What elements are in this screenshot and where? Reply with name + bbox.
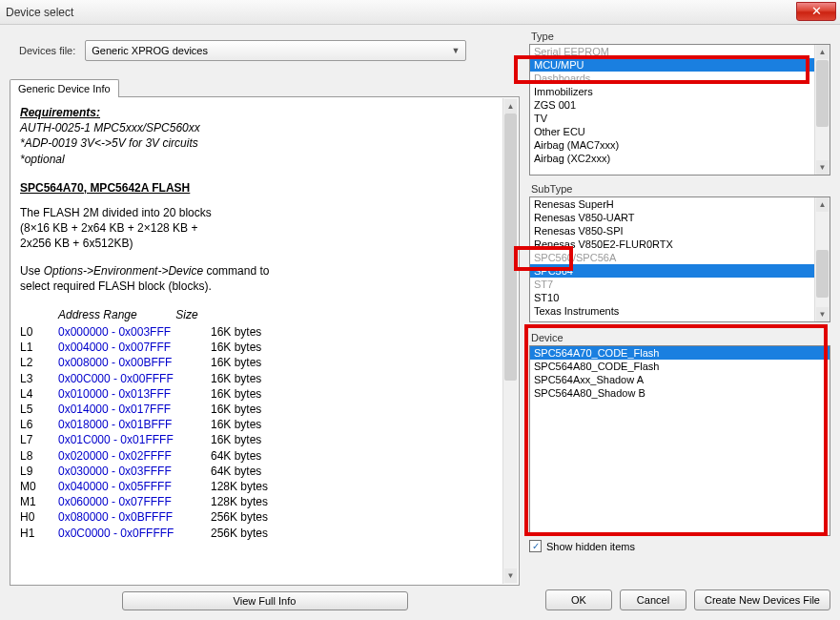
requirement-line: AUTH-0025-1 MPC5xxx/SPC560xx [20, 120, 509, 135]
block-size: 16K bytes [211, 432, 261, 447]
scroll-down-icon[interactable]: ▼ [816, 160, 829, 175]
address-range: 0x01C000 - 0x01FFFF [58, 432, 211, 447]
block-size: 16K bytes [211, 371, 261, 386]
flash-desc-line: The FLASH 2M divided into 20 blocks [20, 205, 509, 220]
col-size: Size [175, 307, 197, 322]
list-item[interactable]: ZGS 001 [530, 98, 830, 112]
block-table: Address Range Size L00x000000 - 0x003FFF… [20, 307, 509, 541]
list-item[interactable]: SPC564Axx_Shadow A [530, 373, 830, 386]
list-item[interactable]: Airbag (XC2xxx) [530, 152, 830, 165]
list-item[interactable]: SPC564A80_Shadow B [530, 386, 830, 400]
scroll-down-icon[interactable]: ▼ [504, 568, 517, 583]
cancel-button[interactable]: Cancel [620, 589, 686, 610]
list-item[interactable]: Dashboards [530, 72, 830, 85]
view-full-info-button[interactable]: View Full Info [122, 591, 408, 610]
address-range: 0x020000 - 0x02FFFF [58, 448, 211, 464]
list-item[interactable]: ST10 [530, 291, 830, 304]
tab-generic-device-info[interactable]: Generic Device Info [10, 79, 119, 97]
address-range: 0x040000 - 0x05FFFF [58, 479, 211, 494]
block-label: M0 [20, 479, 58, 494]
block-size: 256K bytes [211, 526, 268, 541]
close-button[interactable]: ✕ [796, 2, 836, 21]
type-scrollbar[interactable]: ▲ ▼ [814, 45, 830, 175]
address-range: 0x004000 - 0x007FFF [58, 340, 211, 355]
list-item[interactable]: Renesas SuperH [530, 197, 830, 211]
table-row: L20x008000 - 0x00BFFF16K bytes [20, 355, 509, 370]
scroll-thumb[interactable] [816, 60, 829, 127]
requirements-heading: Requirements: [20, 105, 509, 120]
block-size: 16K bytes [211, 417, 261, 432]
ok-button[interactable]: OK [545, 589, 612, 610]
table-row: L50x014000 - 0x017FFF16K bytes [20, 402, 509, 417]
subtype-scrollbar[interactable]: ▲ ▼ [814, 197, 830, 321]
list-item[interactable]: SPC560/SPC56A [530, 251, 830, 264]
address-range: 0x018000 - 0x01BFFF [58, 417, 211, 432]
device-label: Device [531, 332, 830, 343]
table-row: L30x00C000 - 0x00FFFF16K bytes [20, 371, 509, 386]
flash-desc-line: 2x256 KB + 6x512KB) [20, 236, 509, 251]
col-address-range: Address Range [20, 307, 173, 322]
table-row: H00x080000 - 0x0BFFFF256K bytes [20, 509, 509, 525]
hint-text: Use [20, 264, 44, 278]
device-listbox[interactable]: SPC564A70_CODE_FlashSPC564A80_CODE_Flash… [529, 345, 830, 536]
scroll-up-icon[interactable]: ▲ [816, 45, 829, 59]
info-scrollbar[interactable]: ▲ ▼ [502, 98, 518, 584]
type-label: Type [531, 31, 830, 42]
table-row: L10x004000 - 0x007FFF16K bytes [20, 340, 509, 355]
address-range: 0x0C0000 - 0x0FFFFF [58, 526, 211, 541]
scroll-thumb[interactable] [816, 250, 829, 298]
scroll-up-icon[interactable]: ▲ [816, 197, 829, 212]
block-label: L0 [20, 324, 58, 340]
list-item[interactable]: Other ECU [530, 125, 830, 138]
hint-text: command to [203, 264, 269, 278]
list-item[interactable]: Renesas V850-SPI [530, 224, 830, 238]
table-row: M00x040000 - 0x05FFFF128K bytes [20, 479, 509, 494]
scroll-up-icon[interactable]: ▲ [504, 99, 517, 114]
scroll-down-icon[interactable]: ▼ [816, 307, 829, 321]
list-item[interactable]: ST7 [530, 278, 830, 291]
block-label: L7 [20, 432, 58, 447]
block-label: L5 [20, 402, 58, 417]
address-range: 0x080000 - 0x0BFFFF [58, 509, 211, 525]
list-item[interactable]: Texas Instruments [530, 304, 830, 318]
devices-file-value: Generic XPROG devices [92, 45, 208, 56]
subtype-label: SubType [531, 183, 830, 195]
address-range: 0x030000 - 0x03FFFF [58, 464, 211, 479]
address-range: 0x060000 - 0x07FFFF [58, 494, 211, 509]
list-item[interactable]: TV [530, 112, 830, 125]
subtype-listbox[interactable]: Renesas SuperHRenesas V850-UARTRenesas V… [529, 196, 830, 322]
chevron-down-icon: ▼ [451, 46, 460, 55]
type-listbox[interactable]: Serial EEPROMMCU/MPUDashboardsImmobilize… [529, 44, 830, 176]
section-heading: SPC564A70, MPC5642A FLASH [20, 180, 509, 196]
list-item[interactable]: MCU/MPU [530, 58, 830, 72]
devices-file-dropdown[interactable]: Generic XPROG devices ▼ [85, 40, 466, 61]
scroll-thumb[interactable] [504, 114, 517, 381]
address-range: 0x000000 - 0x003FFF [58, 324, 211, 340]
block-label: L3 [20, 371, 58, 386]
list-item[interactable]: SPC564A70_CODE_Flash [530, 346, 830, 360]
list-item[interactable]: Airbag (MAC7xxx) [530, 138, 830, 152]
block-label: L4 [20, 386, 58, 402]
address-range: 0x00C000 - 0x00FFFF [58, 371, 211, 386]
table-row: L90x030000 - 0x03FFFF64K bytes [20, 464, 509, 479]
list-item[interactable]: Immobilizers [530, 85, 830, 98]
list-item[interactable]: SPC564 [530, 264, 830, 278]
flash-desc-line: (8×16 KB + 2x64 KB + 2×128 KB + [20, 220, 509, 236]
titlebar: Device select ✕ [0, 0, 840, 25]
list-item[interactable]: Renesas V850-UART [530, 211, 830, 224]
requirement-line: *ADP-0019 3V<->5V for 3V circuits [20, 135, 509, 151]
block-label: L6 [20, 417, 58, 432]
block-label: H1 [20, 526, 58, 541]
list-item[interactable]: SPC564A80_CODE_Flash [530, 360, 830, 373]
list-item[interactable]: Renesas V850E2-FLUR0RTX [530, 238, 830, 251]
block-size: 16K bytes [211, 386, 261, 402]
list-item[interactable]: Serial EEPROM [530, 45, 830, 58]
block-size: 128K bytes [211, 494, 268, 509]
address-range: 0x010000 - 0x013FFF [58, 386, 211, 402]
show-hidden-checkbox[interactable]: ✓ [529, 540, 542, 552]
block-label: L8 [20, 448, 58, 464]
block-size: 16K bytes [211, 340, 261, 355]
devices-file-label: Devices file: [19, 45, 75, 56]
block-label: L9 [20, 464, 58, 479]
create-new-devices-file-button[interactable]: Create New Devices File [694, 589, 830, 610]
